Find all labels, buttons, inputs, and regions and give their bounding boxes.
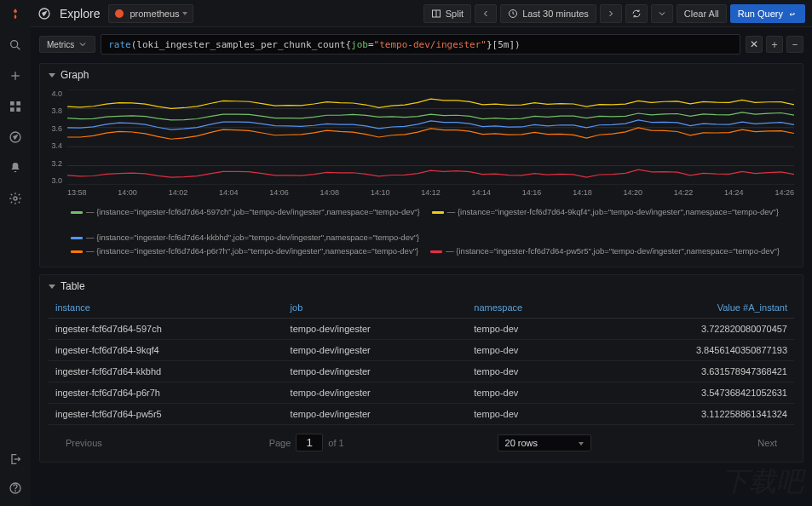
add-query-button[interactable]: ＋: [766, 36, 783, 53]
table-header[interactable]: Value #A_instant: [589, 297, 794, 319]
topbar: Explore prometheus Split Last 30 minutes: [31, 0, 812, 27]
chevron-down-icon: [657, 9, 667, 19]
help-icon[interactable]: [6, 479, 25, 497]
time-forward-button[interactable]: [600, 4, 622, 23]
table-panel-header[interactable]: Table: [40, 275, 803, 297]
table-row[interactable]: ingester-fcf6d7d64-pw5r5tempo-dev/ingest…: [49, 404, 794, 425]
svg-point-12: [15, 491, 16, 492]
legend-swatch: [430, 250, 442, 253]
time-back-button[interactable]: [475, 4, 497, 23]
chevron-left-icon: [481, 9, 491, 19]
legend-item[interactable]: — {instance="ingester-fcf6d7d64-9kqf4",j…: [432, 205, 779, 219]
query-input[interactable]: rate(loki_ingester_samples_per_chunk_cou…: [101, 34, 740, 55]
chevron-down-icon: [49, 285, 55, 289]
legend-item[interactable]: — {instance="ingester-fcf6d7d64-pw5r5",j…: [430, 244, 780, 258]
chevron-down-icon: [49, 73, 55, 78]
datasource-picker[interactable]: prometheus: [108, 4, 193, 23]
graph-panel: Graph 4.03.83.63.43.23.0 13:5814:0014:02…: [39, 63, 803, 267]
chevron-right-icon: [606, 9, 616, 19]
legend-item[interactable]: — {instance="ingester-fcf6d7d64-597ch",j…: [71, 205, 420, 219]
table-panel: Table instancejobnamespaceValue #A_insta…: [39, 274, 803, 463]
time-range-button[interactable]: Last 30 minutes: [500, 4, 596, 23]
plus-icon[interactable]: [6, 66, 25, 85]
query-row: Metrics rate(loki_ingester_samples_per_c…: [39, 34, 803, 55]
refresh-icon: [631, 9, 642, 19]
clock-icon: [508, 9, 518, 19]
table-header[interactable]: instance: [49, 297, 284, 319]
refresh-interval-button[interactable]: [651, 4, 673, 23]
legend-swatch: [71, 237, 83, 239]
table-row[interactable]: ingester-fcf6d7d64-p6r7htempo-dev/ingest…: [49, 382, 794, 404]
legend-item[interactable]: — {instance="ingester-fcf6d7d64-p6r7h",j…: [71, 244, 418, 258]
split-button[interactable]: Split: [423, 4, 471, 23]
split-icon: [431, 9, 441, 19]
graph-panel-header[interactable]: Graph: [40, 64, 803, 86]
chart-legend: — {instance="ingester-fcf6d7d64-597ch",j…: [47, 200, 794, 258]
legend-swatch: [432, 211, 444, 214]
svg-marker-14: [43, 12, 46, 15]
svg-rect-7: [16, 107, 20, 112]
gear-icon[interactable]: [6, 189, 25, 208]
pager-next[interactable]: Next: [744, 434, 791, 451]
table-row[interactable]: ingester-fcf6d7d64-597chtempo-dev/ingest…: [49, 319, 794, 340]
svg-line-1: [17, 47, 20, 49]
results-table: instancejobnamespaceValue #A_instant ing…: [49, 297, 794, 425]
remove-query-button[interactable]: ✕: [746, 36, 763, 53]
pager-previous[interactable]: Previous: [52, 434, 116, 451]
refresh-button[interactable]: [625, 4, 648, 23]
compass-icon: [37, 7, 51, 20]
dashboards-icon[interactable]: [6, 97, 25, 116]
rows-per-page-select[interactable]: 20 rows: [498, 434, 591, 451]
svg-rect-6: [10, 107, 14, 112]
table-header[interactable]: namespace: [467, 297, 589, 319]
sidebar: [0, 0, 31, 506]
metrics-dropdown[interactable]: Metrics: [39, 36, 95, 53]
page-number-input[interactable]: [296, 434, 323, 451]
clear-all-button[interactable]: Clear All: [677, 4, 727, 23]
table-row[interactable]: ingester-fcf6d7d64-kkbhdtempo-dev/ingest…: [49, 361, 794, 382]
x-axis-labels: 13:5814:0014:0214:0414:0614:0814:1014:12…: [67, 188, 794, 200]
table-row[interactable]: ingester-fcf6d7d64-9kqf4tempo-dev/ingest…: [49, 340, 794, 361]
page-title: Explore: [60, 7, 100, 20]
table-pager: Previous Page of 1 20 rows Next: [49, 425, 794, 453]
prometheus-icon: [114, 9, 124, 19]
legend-swatch: [71, 250, 83, 253]
collapse-query-button[interactable]: －: [786, 36, 803, 53]
chart-plot[interactable]: [67, 89, 794, 185]
explore-icon[interactable]: [6, 128, 25, 147]
grafana-logo[interactable]: [6, 5, 25, 24]
datasource-name: prometheus: [130, 9, 179, 19]
legend-swatch: [71, 211, 83, 214]
svg-marker-9: [14, 135, 17, 139]
enter-icon: [787, 9, 798, 19]
signout-icon[interactable]: [6, 450, 25, 469]
table-header[interactable]: job: [284, 297, 468, 319]
chevron-down-icon: [78, 39, 88, 49]
svg-point-15: [115, 9, 124, 18]
svg-point-0: [11, 41, 18, 48]
svg-rect-5: [16, 101, 20, 106]
search-icon[interactable]: [6, 36, 25, 55]
legend-item[interactable]: — {instance="ingester-fcf6d7d64-kkbhd",j…: [71, 231, 419, 244]
run-query-button[interactable]: Run Query: [730, 4, 805, 23]
alert-icon[interactable]: [6, 158, 25, 177]
y-axis-labels: 4.03.83.63.43.23.0: [47, 89, 66, 185]
svg-rect-4: [10, 101, 14, 106]
svg-point-10: [14, 197, 17, 200]
